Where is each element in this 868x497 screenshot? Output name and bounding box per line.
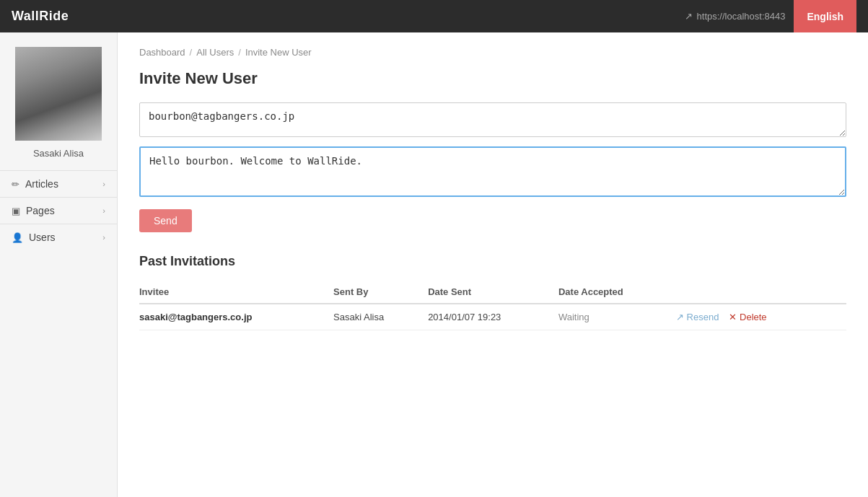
delete-icon: ✕ bbox=[729, 312, 737, 322]
invitee-cell: sasaki@tagbangers.co.jp bbox=[139, 304, 333, 330]
actions-cell: ↗ Resend ✕ Delete bbox=[676, 304, 846, 330]
page-title: Invite New User bbox=[139, 69, 846, 88]
date-sent-value: 2014/01/07 19:23 bbox=[428, 312, 501, 322]
header-url: ↗ https://localhost:8443 bbox=[685, 11, 786, 22]
pencil-icon: ✏ bbox=[12, 179, 19, 190]
sidebar: Sasaki Alisa ✏ Articles › ▣ Pages › 👤 Us… bbox=[0, 32, 118, 497]
email-input[interactable]: bourbon@tagbangers.co.jp bbox=[139, 102, 846, 137]
avatar bbox=[15, 47, 102, 141]
breadcrumb-sep-2: / bbox=[238, 47, 241, 58]
avatar-image bbox=[15, 47, 102, 141]
user-name: Sasaki Alisa bbox=[33, 148, 84, 159]
sidebar-item-label: Users bbox=[29, 232, 56, 243]
date-accepted-cell: Waiting bbox=[558, 304, 676, 330]
language-button[interactable]: English bbox=[794, 0, 856, 32]
main-content: Dashboard / All Users / Invite New User … bbox=[118, 32, 868, 497]
chevron-right-icon: › bbox=[102, 233, 105, 242]
sent-by-cell: Sasaki Alisa bbox=[333, 304, 428, 330]
link-icon: ↗ bbox=[685, 11, 693, 22]
sidebar-item-pages[interactable]: ▣ Pages › bbox=[0, 197, 117, 224]
app-title: WallRide bbox=[12, 9, 69, 24]
url-link[interactable]: https://localhost:8443 bbox=[697, 11, 786, 22]
pages-icon: ▣ bbox=[12, 206, 20, 216]
sent-by-value: Sasaki Alisa bbox=[333, 312, 384, 322]
breadcrumb-dashboard[interactable]: Dashboard bbox=[139, 47, 185, 58]
table-row: sasaki@tagbangers.co.jp Sasaki Alisa 201… bbox=[139, 304, 846, 330]
message-input[interactable]: Hello bourbon. Welcome to WallRide. bbox=[139, 146, 846, 197]
col-invitee: Invitee bbox=[139, 281, 333, 304]
col-sent-by: Sent By bbox=[333, 281, 428, 304]
chevron-right-icon: › bbox=[102, 180, 105, 188]
resend-label: Resend bbox=[687, 312, 719, 322]
past-invitations-section: Past Invitations Invitee Sent By Date Se… bbox=[139, 254, 846, 330]
past-invitations-title: Past Invitations bbox=[139, 254, 846, 269]
col-date-sent: Date Sent bbox=[428, 281, 558, 304]
table-header-row: Invitee Sent By Date Sent Date Accepted bbox=[139, 281, 846, 304]
delete-label: Delete bbox=[740, 312, 767, 322]
header-right: ↗ https://localhost:8443 English bbox=[685, 0, 856, 32]
sidebar-item-users[interactable]: 👤 Users › bbox=[0, 224, 117, 250]
header: WallRide ↗ https://localhost:8443 Englis… bbox=[0, 0, 868, 32]
sidebar-item-articles[interactable]: ✏ Articles › bbox=[0, 170, 117, 197]
delete-link[interactable]: ✕ Delete bbox=[729, 312, 767, 322]
layout: Sasaki Alisa ✏ Articles › ▣ Pages › 👤 Us… bbox=[0, 32, 868, 497]
breadcrumb-current: Invite New User bbox=[245, 47, 312, 58]
sidebar-item-label: Articles bbox=[25, 178, 58, 190]
chevron-right-icon: › bbox=[102, 206, 105, 215]
user-icon: 👤 bbox=[12, 232, 23, 243]
invitations-table: Invitee Sent By Date Sent Date Accepted … bbox=[139, 281, 846, 330]
resend-icon: ↗ bbox=[676, 312, 684, 322]
date-accepted-value: Waiting bbox=[558, 312, 589, 322]
date-sent-cell: 2014/01/07 19:23 bbox=[428, 304, 558, 330]
breadcrumb: Dashboard / All Users / Invite New User bbox=[139, 47, 846, 58]
breadcrumb-all-users[interactable]: All Users bbox=[196, 47, 234, 58]
invitee-email: sasaki@tagbangers.co.jp bbox=[139, 312, 252, 322]
col-actions bbox=[676, 281, 846, 304]
sidebar-item-label: Pages bbox=[26, 205, 55, 216]
resend-link[interactable]: ↗ Resend bbox=[676, 312, 719, 322]
send-button[interactable]: Send bbox=[139, 209, 192, 232]
col-date-accepted: Date Accepted bbox=[558, 281, 676, 304]
breadcrumb-sep-1: / bbox=[190, 47, 193, 58]
